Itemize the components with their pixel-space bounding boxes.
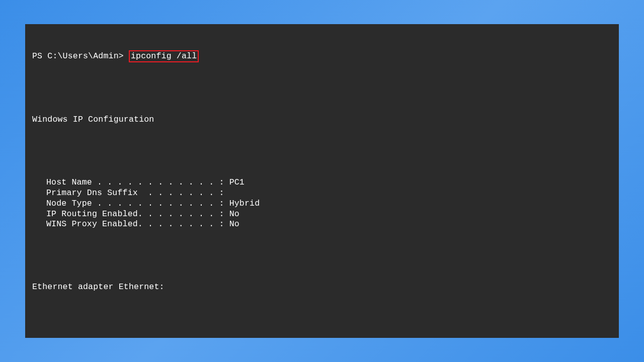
config-row: Primary Dns Suffix . . . . . . . : [32, 188, 612, 199]
config-label: IP Routing Enabled. . . . . . . . : [46, 209, 224, 219]
config-row: Node Type . . . . . . . . . . . . : Hybr… [32, 199, 612, 209]
config-value: Hybrid [224, 199, 260, 208]
config-label: WINS Proxy Enabled. . . . . . . . : [46, 219, 224, 229]
adapter-header: Ethernet adapter Ethernet: [32, 282, 612, 293]
config-value: PC1 [224, 177, 245, 187]
config-label: Host Name . . . . . . . . . . . . : [46, 177, 224, 187]
config-row: Host Name . . . . . . . . . . . . : PC1 [32, 177, 612, 188]
command-text: ipconfig /all [131, 51, 197, 61]
config-value: No [224, 209, 239, 219]
section-header: Windows IP Configuration [32, 115, 612, 125]
config-value: No [224, 219, 239, 229]
config-row: IP Routing Enabled. . . . . . . . : No [32, 209, 612, 220]
prompt-path: PS C:\Users\Admin> [32, 51, 124, 61]
config-label: Node Type . . . . . . . . . . . . : [46, 199, 224, 208]
prompt-line: PS C:\Users\Admin> ipconfig /all [32, 50, 612, 63]
command-highlight: ipconfig /all [129, 50, 199, 63]
terminal-window[interactable]: PS C:\Users\Admin> ipconfig /all Windows… [25, 24, 619, 338]
config-label: Primary Dns Suffix . . . . . . . : [46, 188, 224, 198]
config-row: WINS Proxy Enabled. . . . . . . . : No [32, 219, 612, 230]
